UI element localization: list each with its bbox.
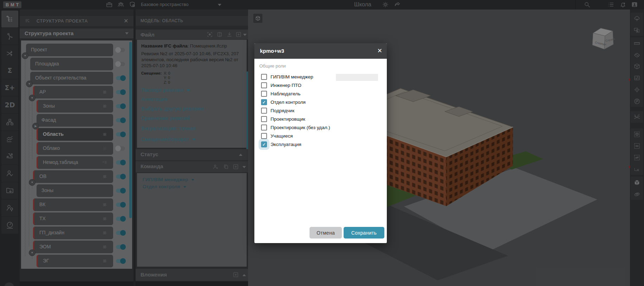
- role-label[interactable]: Учащиеся: [271, 133, 293, 139]
- role-label[interactable]: Проектировщик: [271, 116, 305, 122]
- role-label[interactable]: Инженер ПТО: [271, 83, 301, 88]
- role-checkbox-6[interactable]: [261, 116, 267, 122]
- roles-group-label: Общие роли: [259, 63, 286, 69]
- close-icon[interactable]: ✕: [377, 47, 382, 55]
- role-checkbox-8[interactable]: [261, 133, 267, 139]
- role-label[interactable]: Подрядчик: [271, 108, 294, 113]
- app-root: BiMiT Базовое пространство Школа ΣΣ+2D? …: [0, 0, 644, 286]
- role-checkbox-7[interactable]: [261, 125, 267, 131]
- roles-list: ГИП/BIM менеджерИнженер ПТОНаблюдатель✓О…: [261, 74, 330, 147]
- role-checkbox-2[interactable]: [261, 82, 267, 88]
- role-row: Проектировщик (без удал.): [261, 125, 330, 131]
- role-row: ГИП/BIM менеджер: [261, 74, 330, 80]
- role-row: ✓Отдел контроля: [261, 99, 330, 105]
- role-checkbox-9[interactable]: ✓: [261, 141, 267, 147]
- roles-dialog: kpmo+w3 ✕ Общие роли ГИП/BIM менеджерИнж…: [254, 43, 387, 243]
- role-checkbox-1[interactable]: [261, 74, 267, 80]
- dialog-header: kpmo+w3 ✕: [254, 43, 387, 59]
- cancel-button[interactable]: Отмена: [310, 227, 342, 239]
- role-row: Наблюдатель: [261, 91, 330, 97]
- role-checkbox-3[interactable]: [261, 91, 267, 97]
- role-row: ✓Эксплуатация: [261, 141, 330, 147]
- save-button[interactable]: Сохранить: [344, 227, 384, 239]
- role-row: Учащиеся: [261, 133, 330, 139]
- role-label[interactable]: Отдел контроля: [271, 100, 306, 105]
- dialog-title: kpmo+w3: [260, 48, 284, 54]
- role-row: Проектировщик: [261, 116, 330, 122]
- role-label[interactable]: Эксплуатация: [271, 142, 301, 147]
- role-checkbox-4[interactable]: ✓: [261, 99, 267, 105]
- role-row: Подрядчик: [261, 108, 330, 114]
- role-label[interactable]: ГИП/BIM менеджер: [271, 74, 313, 80]
- role-label[interactable]: Проектировщик (без удал.): [271, 125, 330, 130]
- row-hover-highlight: [336, 74, 378, 81]
- role-row: Инженер ПТО: [261, 82, 330, 88]
- role-label[interactable]: Наблюдатель: [271, 91, 300, 96]
- role-checkbox-5[interactable]: [261, 108, 267, 114]
